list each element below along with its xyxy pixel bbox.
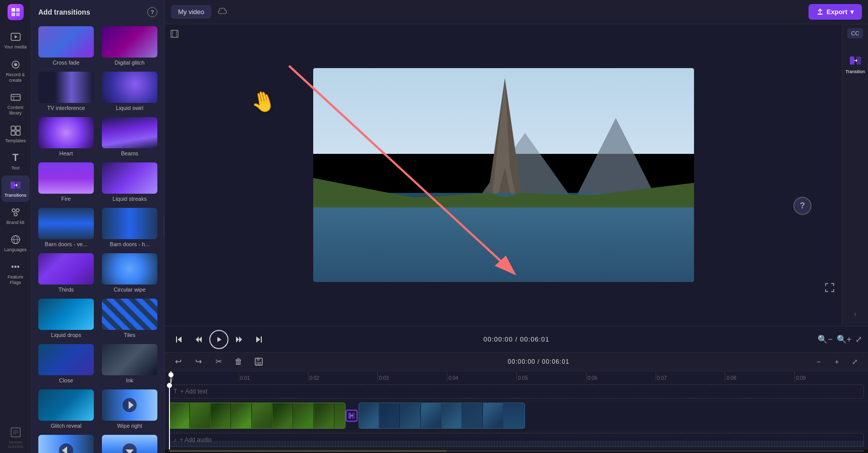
main-content: My video Export ▾ bbox=[165, 0, 868, 453]
export-button[interactable]: Export ▾ bbox=[808, 4, 862, 20]
transition-item-cross-fade[interactable]: Cross fade bbox=[35, 24, 97, 68]
video-clip-container bbox=[169, 403, 864, 429]
timeline-ruler: 0 0:01 0:02 0:03 0:04 0:05 0:06 0:07 0:0… bbox=[165, 371, 868, 383]
transitions-grid: Cross fadeDigital glitchTV interferenceL… bbox=[31, 22, 164, 453]
sidebar-item-transitions[interactable]: Transitions bbox=[2, 176, 30, 202]
svg-rect-1 bbox=[16, 8, 20, 12]
transition-item-fire[interactable]: Fire bbox=[35, 160, 97, 204]
svg-rect-49 bbox=[176, 336, 177, 343]
fullscreen-icon[interactable] bbox=[825, 282, 835, 295]
timeline-area: ↩ ↪ ✂ 🗑 00:00:00 / 00:06:01 − + ⤢ bbox=[165, 352, 868, 453]
text-track-row: T + Add text bbox=[165, 383, 868, 401]
transition-item-glitch-reveal[interactable]: Glitch reveal bbox=[35, 387, 97, 431]
sidebar-item-languages[interactable]: Languages bbox=[2, 230, 30, 256]
transition-thumb-circular-wipe bbox=[102, 253, 157, 285]
ruler-mark: 0:03 bbox=[377, 372, 447, 382]
ruler-mark: 0 bbox=[169, 372, 239, 382]
help-floating-button[interactable]: ? bbox=[793, 197, 812, 215]
sidebar-item-record-create[interactable]: Record & create bbox=[2, 55, 30, 87]
preview-area: 🤚 ? bbox=[165, 24, 842, 326]
ruler-mark: 0:06 bbox=[586, 372, 656, 382]
video-title-tab[interactable]: My video bbox=[171, 5, 211, 19]
svg-point-17 bbox=[12, 209, 15, 212]
controls-bar: 00:00:00 / 00:06:01 🔍− 🔍+ ⤢ bbox=[165, 326, 868, 352]
transition-item-wipe-down[interactable]: Wipe down bbox=[99, 433, 160, 453]
feature-flags-icon: ••• bbox=[10, 261, 21, 272]
crop-icon[interactable] bbox=[170, 29, 179, 40]
sidebar-item-feature-flags[interactable]: ••• Feature Flags bbox=[2, 257, 30, 290]
transition-item-liquid-streaks[interactable]: Liquid streaks bbox=[99, 160, 160, 204]
right-sidebar-collapse[interactable]: ‹ bbox=[850, 306, 860, 322]
undo-button[interactable]: ↩ bbox=[171, 355, 185, 369]
svg-point-19 bbox=[14, 213, 17, 216]
cut-button[interactable]: ✂ bbox=[211, 355, 225, 369]
video-clip-1[interactable] bbox=[169, 403, 345, 429]
transition-thumb-glitch-reveal bbox=[38, 389, 94, 421]
transition-item-liquid-swirl[interactable]: Liquid swirl bbox=[99, 70, 160, 113]
transition-item-wipe-right[interactable]: Wipe right bbox=[99, 387, 160, 431]
skip-to-end-button[interactable] bbox=[251, 331, 267, 348]
sidebar-item-brand-kit[interactable]: Brand kit bbox=[2, 203, 30, 229]
play-button[interactable] bbox=[209, 330, 228, 349]
fit-timeline-button[interactable]: ⤢ bbox=[855, 334, 862, 344]
timeline-zoom-out[interactable]: − bbox=[812, 355, 826, 369]
save-button[interactable] bbox=[252, 355, 266, 369]
sidebar-item-text[interactable]: T Text bbox=[2, 148, 30, 175]
transition-item-digital-glitch[interactable]: Digital glitch bbox=[99, 24, 160, 68]
svg-rect-2 bbox=[12, 13, 15, 16]
ruler-mark: 0:01 bbox=[239, 372, 308, 382]
transition-item-barn-doors-h[interactable]: Barn doors - h... bbox=[99, 206, 160, 249]
transition-item-beams[interactable]: Beams bbox=[99, 115, 160, 158]
timeline-expand[interactable]: ⤢ bbox=[848, 355, 862, 369]
transition-label-thirds: Thirds bbox=[59, 287, 74, 293]
transition-marker[interactable] bbox=[345, 410, 358, 422]
top-bar: My video Export ▾ bbox=[165, 0, 868, 24]
transition-thumb-ink bbox=[102, 344, 157, 375]
transition-thumb-barn-doors-h bbox=[102, 208, 157, 239]
transition-item-tv-interference[interactable]: TV interference bbox=[35, 70, 97, 113]
fast-forward-button[interactable] bbox=[232, 331, 248, 348]
transition-item-thirds[interactable]: Thirds bbox=[35, 251, 97, 295]
transition-item-tiles[interactable]: Tiles bbox=[99, 297, 160, 340]
captions-button[interactable]: CC bbox=[847, 28, 863, 38]
svg-marker-52 bbox=[217, 337, 221, 342]
timeline-toolbar: ↩ ↪ ✂ 🗑 00:00:00 / 00:06:01 − + ⤢ bbox=[165, 352, 868, 371]
redo-button[interactable]: ↪ bbox=[191, 355, 205, 369]
transitions-panel: Add transitions ? Cross fadeDigital glit… bbox=[31, 0, 165, 453]
transition-item-barn-doors-v[interactable]: Barn doors - ve... bbox=[35, 206, 97, 249]
sidebar-item-templates[interactable]: Templates bbox=[2, 121, 30, 147]
video-clip-2[interactable] bbox=[359, 403, 525, 429]
svg-marker-50 bbox=[196, 336, 199, 343]
transition-item-ink[interactable]: Ink bbox=[99, 342, 160, 385]
transition-item-close[interactable]: Close bbox=[35, 342, 97, 385]
video-preview bbox=[313, 68, 694, 282]
transition-item-heart[interactable]: Heart bbox=[35, 115, 97, 158]
transition-thumb-wipe-left bbox=[38, 435, 94, 453]
timeline-zoom-in[interactable]: + bbox=[830, 355, 844, 369]
sidebar-item-content-library[interactable]: Content library bbox=[2, 88, 30, 120]
skip-to-start-button[interactable] bbox=[171, 331, 187, 348]
sidebar-item-version: Version 2c43326 bbox=[2, 423, 30, 453]
transition-thumb-barn-doors-v bbox=[38, 208, 94, 239]
transition-item-liquid-drops[interactable]: Liquid drops bbox=[35, 297, 97, 340]
zoom-controls: 🔍− 🔍+ ⤢ bbox=[818, 334, 862, 344]
zoom-in-button[interactable]: 🔍+ bbox=[837, 334, 851, 344]
zoom-out-button[interactable]: 🔍− bbox=[818, 334, 832, 344]
rewind-button[interactable] bbox=[190, 331, 206, 348]
transition-item-circular-wipe[interactable]: Circular wipe bbox=[99, 251, 160, 295]
transition-thumb-digital-glitch bbox=[102, 26, 157, 58]
languages-icon bbox=[10, 234, 21, 245]
your-media-icon bbox=[10, 31, 21, 42]
transition-thumb-cross-fade bbox=[38, 26, 94, 58]
svg-rect-46 bbox=[850, 56, 854, 65]
right-sidebar: CC Transition ‹ bbox=[842, 24, 868, 326]
delete-button[interactable]: 🗑 bbox=[232, 355, 246, 369]
transition-item-wipe-left[interactable]: Wipe left bbox=[35, 433, 97, 453]
panel-help-button[interactable]: ? bbox=[147, 7, 157, 17]
transition-panel-button[interactable]: Transition bbox=[845, 51, 865, 77]
ruler-mark: 0:09 bbox=[794, 372, 864, 382]
video-track-row bbox=[165, 401, 868, 431]
cloud-save-icon[interactable] bbox=[217, 7, 227, 17]
add-text-track[interactable]: T + Add text bbox=[169, 384, 864, 399]
sidebar-item-your-media[interactable]: Your media bbox=[2, 27, 30, 54]
